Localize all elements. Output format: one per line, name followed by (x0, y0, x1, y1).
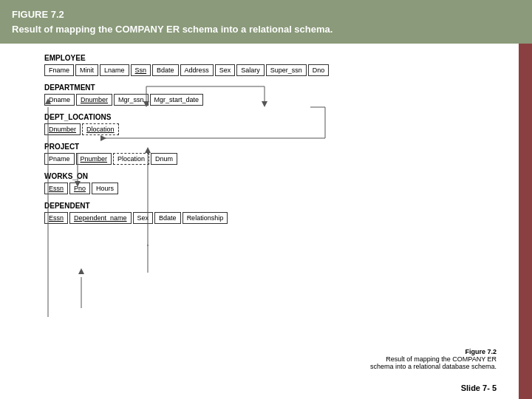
field-dnum: Dnum (151, 153, 177, 165)
field-plocation: Plocation (113, 153, 149, 165)
field-dlocation: Dlocation (82, 123, 119, 135)
field-pname: Pname (44, 153, 75, 165)
field-mgr-start-date: Mgr_start_date (150, 94, 204, 106)
field-hours: Hours (92, 183, 118, 194)
slide-number: Slide 7- 5 (461, 383, 497, 392)
header: FIGURE 7.2 Result of mapping the COMPANY… (0, 0, 532, 44)
figure-caption-line1: Result of mapping the COMPANY ER (370, 355, 497, 363)
field-bdate: Bdate (152, 64, 179, 76)
employee-fields: Fname Minit Lname Ssn Bdate Address Sex … (44, 64, 504, 76)
field-relationship: Relationship (183, 212, 228, 224)
dept-locations-table: DEPT_LOCATIONS Dnumber Dlocation (44, 113, 504, 135)
works-on-table: WORKS_ON Essn Pno Hours (44, 172, 504, 194)
dept-locations-label: DEPT_LOCATIONS (44, 113, 504, 121)
dependent-table: DEPENDENT Essn Dependent_name Sex Bdate … (44, 202, 504, 224)
field-dep-essn: Essn (44, 212, 68, 224)
field-ssn: Ssn (131, 64, 151, 76)
department-label: DEPARTMENT (44, 83, 504, 92)
works-on-label: WORKS_ON (44, 172, 504, 180)
dependent-fields: Essn Dependent_name Sex Bdate Relationsh… (44, 212, 504, 224)
field-dep-sex: Sex (133, 212, 154, 224)
field-minit: Minit (75, 64, 98, 76)
department-fields: Dname Dnumber Mgr_ssn Mgr_start_date (44, 94, 504, 106)
field-dno: Dno (308, 64, 330, 76)
diagram-area: EMPLOYEE Fname Minit Lname Ssn Bdate Add… (0, 44, 519, 399)
svg-marker-10 (100, 135, 106, 141)
employee-label: EMPLOYEE (44, 54, 504, 62)
figure-caption: Figure 7.2 Result of mapping the COMPANY… (370, 348, 497, 370)
project-fields: Pname Pnumber Plocation Dnum (44, 153, 504, 165)
department-table: DEPARTMENT Dname Dnumber Mgr_ssn Mgr_sta… (44, 83, 504, 106)
field-dl-dnumber: Dnumber (44, 123, 81, 135)
header-title: FIGURE 7.2 Result of mapping the COMPANY… (12, 7, 520, 36)
project-label: PROJECT (44, 143, 504, 151)
right-sidebar (519, 44, 532, 399)
dependent-label: DEPENDENT (44, 202, 504, 210)
field-dname: Dname (44, 94, 75, 106)
field-mgr-ssn: Mgr_ssn (114, 94, 149, 106)
field-pnumber: Pnumber (76, 153, 112, 165)
field-dependent-name: Dependent_name (69, 212, 132, 224)
field-salary: Salary (236, 64, 265, 76)
field-essn: Essn (44, 183, 68, 194)
field-dnumber: Dnumber (76, 94, 112, 106)
figure-caption-title: Figure 7.2 (370, 348, 497, 355)
dept-locations-fields: Dnumber Dlocation (44, 123, 504, 135)
field-lname: Lname (100, 64, 129, 76)
field-sex: Sex (215, 64, 236, 76)
field-pno: Pno (69, 183, 90, 194)
works-on-fields: Essn Pno Hours (44, 183, 504, 194)
field-super-ssn: Super_ssn (266, 64, 307, 76)
figure-caption-line2: schema into a relational database schema… (370, 363, 497, 370)
project-table: PROJECT Pname Pnumber Plocation Dnum (44, 143, 504, 165)
svg-marker-21 (78, 268, 84, 274)
employee-table: EMPLOYEE Fname Minit Lname Ssn Bdate Add… (44, 54, 504, 76)
field-address: Address (180, 64, 214, 76)
field-fname: Fname (44, 64, 74, 76)
field-dep-bdate: Bdate (154, 212, 181, 224)
